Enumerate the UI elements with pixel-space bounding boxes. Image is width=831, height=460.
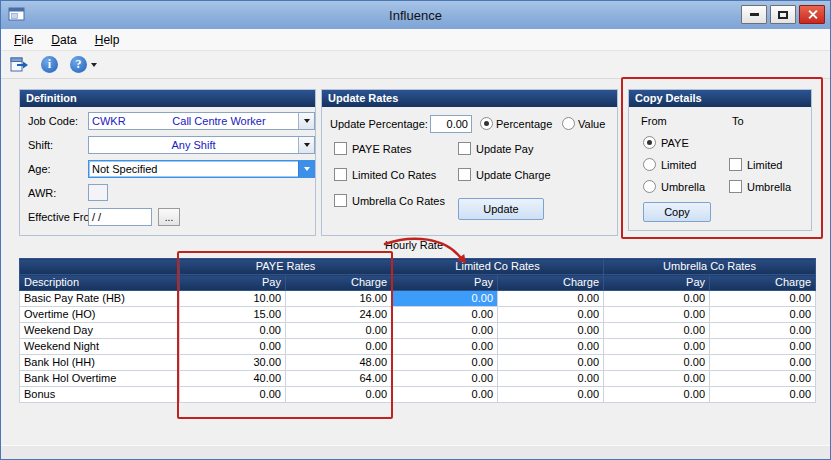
rate-cell[interactable]: 0.00 xyxy=(286,387,392,403)
close-button[interactable] xyxy=(799,5,825,24)
bottom-strip xyxy=(1,445,830,460)
exit-button[interactable] xyxy=(10,57,29,73)
rate-cell[interactable]: 0.00 xyxy=(392,355,498,371)
from-label: From xyxy=(641,115,667,128)
rate-cell[interactable]: 0.00 xyxy=(710,339,816,355)
rate-cell[interactable]: 0.00 xyxy=(286,323,392,339)
window-title: Influence xyxy=(1,8,830,23)
minimize-button[interactable] xyxy=(741,5,767,24)
from-limited-radio[interactable] xyxy=(643,158,656,171)
row-description[interactable]: Weekend Night xyxy=(20,339,180,355)
from-umbrella-radio-label: Umbrella xyxy=(661,181,705,194)
to-umbrella-checkbox[interactable] xyxy=(729,180,742,193)
help-button[interactable]: ? xyxy=(70,56,97,73)
row-description[interactable]: Bank Hol Overtime xyxy=(20,371,180,387)
to-umbrella-checkbox-label: Umbrella xyxy=(747,181,791,194)
from-paye-radio[interactable] xyxy=(643,136,656,149)
job-code-combo[interactable]: CWKR Call Centre Worker xyxy=(88,112,315,130)
rate-cell[interactable]: 15.00 xyxy=(180,307,286,323)
update-charge-checkbox-label: Update Charge xyxy=(476,169,551,182)
row-description[interactable]: Overtime (HO) xyxy=(20,307,180,323)
pay-column-header: Pay xyxy=(180,275,286,291)
chevron-down-icon xyxy=(304,167,310,171)
update-charge-checkbox[interactable] xyxy=(458,168,471,181)
rate-cell[interactable]: 0.00 xyxy=(498,355,604,371)
row-description[interactable]: Bonus xyxy=(20,387,180,403)
rate-cell[interactable]: 16.00 xyxy=(286,291,392,307)
maximize-button[interactable] xyxy=(770,5,796,24)
rate-cell[interactable]: 0.00 xyxy=(604,291,710,307)
rate-cell[interactable]: 0.00 xyxy=(286,339,392,355)
row-description[interactable]: Bank Hol (HH) xyxy=(20,355,180,371)
job-code-value: CWKR xyxy=(89,114,140,129)
paye-rates-checkbox[interactable] xyxy=(334,142,347,155)
copy-button[interactable]: Copy xyxy=(643,202,711,222)
awr-field[interactable] xyxy=(88,184,108,201)
rate-cell[interactable]: 0.00 xyxy=(392,323,498,339)
umbrella-co-rates-checkbox[interactable] xyxy=(334,194,347,207)
title-bar[interactable]: Influence xyxy=(1,1,830,30)
update-percentage-field[interactable]: 0.00 xyxy=(430,115,472,133)
rate-cell[interactable]: 0.00 xyxy=(710,355,816,371)
rate-cell[interactable]: 30.00 xyxy=(180,355,286,371)
update-button[interactable]: Update xyxy=(458,198,544,220)
update-pay-checkbox[interactable] xyxy=(458,142,471,155)
rate-cell[interactable]: 40.00 xyxy=(180,371,286,387)
rate-cell[interactable]: 10.00 xyxy=(180,291,286,307)
group-header-paye: PAYE Rates xyxy=(180,259,392,275)
rate-cell[interactable]: 0.00 xyxy=(392,387,498,403)
selected-rate-cell[interactable]: 0.00 xyxy=(392,291,498,307)
rate-cell[interactable]: 0.00 xyxy=(180,387,286,403)
age-dropdown-button[interactable] xyxy=(298,161,314,177)
menu-file[interactable]: File xyxy=(5,30,42,50)
rate-cell[interactable]: 64.00 xyxy=(286,371,392,387)
rate-cell[interactable]: 0.00 xyxy=(604,371,710,387)
rate-cell[interactable]: 0.00 xyxy=(392,371,498,387)
rate-cell[interactable]: 0.00 xyxy=(710,387,816,403)
rate-cell[interactable]: 0.00 xyxy=(604,355,710,371)
rate-cell[interactable]: 0.00 xyxy=(498,323,604,339)
age-combo[interactable]: Not Specified xyxy=(88,160,315,178)
rate-cell[interactable]: 0.00 xyxy=(604,307,710,323)
menu-data[interactable]: Data xyxy=(42,30,85,50)
minimize-icon xyxy=(750,13,759,16)
rate-cell[interactable]: 0.00 xyxy=(498,371,604,387)
rate-cell[interactable]: 0.00 xyxy=(604,387,710,403)
effective-from-field[interactable]: / / xyxy=(88,208,152,226)
rate-cell[interactable]: 0.00 xyxy=(710,307,816,323)
from-umbrella-radio[interactable] xyxy=(643,180,656,193)
row-description[interactable]: Weekend Day xyxy=(20,323,180,339)
value-radio[interactable] xyxy=(562,117,575,130)
rate-cell[interactable]: 48.00 xyxy=(286,355,392,371)
rate-cell[interactable]: 0.00 xyxy=(710,371,816,387)
rate-cell[interactable]: 0.00 xyxy=(180,339,286,355)
charge-column-header: Charge xyxy=(286,275,392,291)
rate-cell[interactable]: 0.00 xyxy=(710,291,816,307)
table-row: Overtime (HO) 15.00 24.00 0.00 0.00 0.00… xyxy=(20,307,816,323)
toolbar: i ? xyxy=(1,51,830,79)
info-button[interactable]: i xyxy=(41,56,58,73)
rate-cell[interactable]: 0.00 xyxy=(604,323,710,339)
table-row: Bank Hol (HH) 30.00 48.00 0.00 0.00 0.00… xyxy=(20,355,816,371)
limited-co-rates-checkbox[interactable] xyxy=(334,168,347,181)
percentage-radio-label: Percentage xyxy=(496,118,552,131)
charge-column-header: Charge xyxy=(498,275,604,291)
rate-cell[interactable]: 0.00 xyxy=(392,339,498,355)
rate-cell[interactable]: 24.00 xyxy=(286,307,392,323)
to-limited-checkbox[interactable] xyxy=(729,158,742,171)
rate-cell[interactable]: 0.00 xyxy=(180,323,286,339)
menu-help[interactable]: Help xyxy=(86,30,129,50)
shift-dropdown-button[interactable] xyxy=(298,137,314,153)
row-description[interactable]: Basic Pay Rate (HB) xyxy=(20,291,180,307)
rate-cell[interactable]: 0.00 xyxy=(498,387,604,403)
shift-combo[interactable]: Any Shift xyxy=(88,136,315,154)
rate-cell[interactable]: 0.00 xyxy=(498,339,604,355)
rate-cell[interactable]: 0.00 xyxy=(392,307,498,323)
rate-cell[interactable]: 0.00 xyxy=(498,307,604,323)
percentage-radio[interactable] xyxy=(480,117,493,130)
job-code-dropdown-button[interactable] xyxy=(298,113,314,129)
rate-cell[interactable]: 0.00 xyxy=(498,291,604,307)
rate-cell[interactable]: 0.00 xyxy=(604,339,710,355)
rate-cell[interactable]: 0.00 xyxy=(710,323,816,339)
effective-from-browse-button[interactable]: ... xyxy=(158,208,180,226)
